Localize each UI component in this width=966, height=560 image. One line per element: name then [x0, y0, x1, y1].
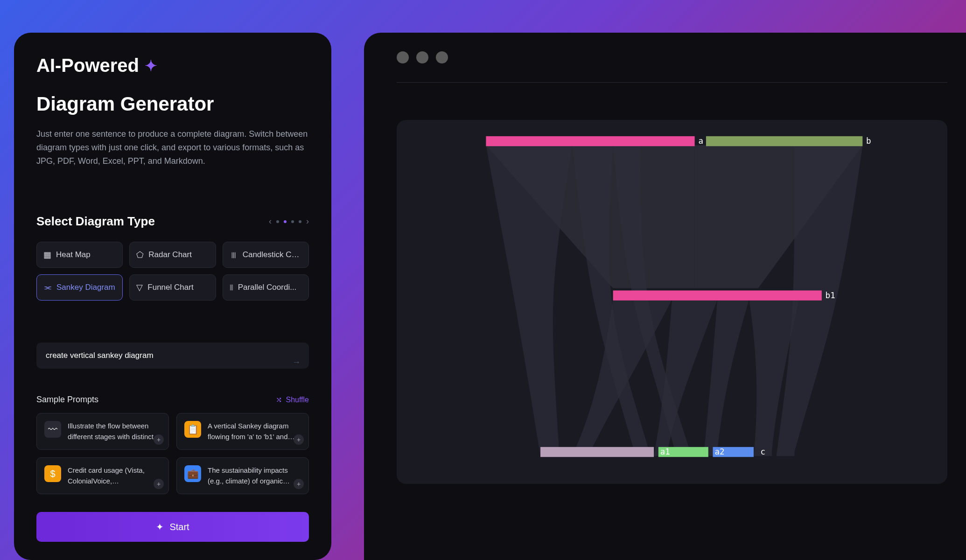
page-prev-icon[interactable]: ‹ [269, 217, 272, 226]
prompt-text: The sustainability impacts (e.g., climat… [208, 465, 301, 486]
funnel-icon: ▽ [136, 282, 143, 293]
radar-icon: ⬠ [136, 250, 144, 260]
send-icon[interactable]: → [292, 357, 301, 367]
window-control-dot[interactable] [436, 51, 448, 63]
briefcase-icon: 💼 [184, 465, 201, 482]
diagram-label: Funnel Chart [147, 283, 193, 292]
page-dot[interactable] [276, 220, 279, 223]
diagram-label: Parallel Coordi... [238, 283, 297, 292]
heatmap-icon: ▦ [43, 250, 51, 260]
shuffle-button[interactable]: ⤭ Shuffle [276, 395, 309, 404]
sample-title: Sample Prompts [36, 395, 98, 405]
diagram-type-candlestick[interactable]: ⫼ Candlestick Chart [223, 242, 309, 268]
node-label-a2: a2 [714, 447, 724, 456]
shuffle-label: Shuffle [286, 396, 309, 404]
node-label-a: a [698, 136, 703, 146]
add-prompt-button[interactable]: + [154, 479, 164, 489]
sidebar-panel: AI-Powered ✦ Diagram Generator Just ente… [14, 33, 331, 560]
window-control-dot[interactable] [416, 51, 428, 63]
sample-prompt-card[interactable]: $ Credit card usage (Vista, ColonialVoic… [36, 457, 169, 494]
sample-prompts-grid: 〰 Illustrate the flow between different … [36, 413, 309, 494]
diagram-type-funnel[interactable]: ▽ Funnel Chart [129, 274, 216, 301]
candlestick-icon: ⫼ [230, 250, 238, 260]
page-dot[interactable] [291, 220, 294, 223]
sankey-node-b1 [613, 290, 822, 300]
sankey-node-a [486, 136, 694, 146]
sparkle-icon: ✦ [145, 57, 157, 75]
preview-panel: a b b1 a1 a2 c [364, 33, 966, 560]
add-prompt-button[interactable]: + [294, 479, 304, 489]
diagram-label: Heat Map [56, 250, 91, 259]
page-dot-active[interactable] [284, 220, 287, 223]
page-next-icon[interactable]: › [306, 217, 309, 226]
diagram-section-header: Select Diagram Type ‹ › [36, 214, 309, 229]
parallel-icon: ⫴ [230, 283, 233, 293]
prompt-input[interactable] [36, 343, 309, 369]
sankey-icon: ⫘ [43, 283, 52, 293]
diagram-label: Candlestick Chart [243, 250, 302, 259]
calendar-icon: 📋 [184, 421, 201, 438]
prompt-text: Credit card usage (Vista, ColonialVoice,… [68, 465, 161, 486]
start-button[interactable]: ✦ Start [36, 512, 309, 542]
add-prompt-button[interactable]: + [294, 434, 304, 445]
prompt-text: Illustrate the flow between different st… [68, 421, 161, 442]
ai-powered-header: AI-Powered ✦ [36, 55, 309, 76]
diagram-type-radar[interactable]: ⬠ Radar Chart [129, 242, 216, 268]
diagram-type-grid: ▦ Heat Map ⬠ Radar Chart ⫼ Candlestick C… [36, 242, 309, 301]
sample-prompt-card[interactable]: 〰 Illustrate the flow between different … [36, 413, 169, 450]
diagram-type-parallel[interactable]: ⫴ Parallel Coordi... [223, 274, 309, 301]
start-label: Start [169, 522, 189, 532]
shuffle-icon: ⤭ [276, 395, 282, 404]
node-label-c: c [761, 447, 766, 456]
diagram-label: Radar Chart [148, 250, 192, 259]
node-label-b1: b1 [826, 291, 835, 300]
node-label-a1: a1 [660, 447, 670, 456]
dollar-icon: $ [44, 465, 61, 482]
sankey-flow [486, 145, 572, 456]
add-prompt-button[interactable]: + [154, 434, 164, 445]
page-description: Just enter one sentence to produce a com… [36, 127, 309, 168]
diagram-type-sankey[interactable]: ⫘ Sankey Diagram [36, 274, 123, 301]
window-controls [397, 51, 947, 83]
page-title: Diagram Generator [36, 93, 309, 115]
prompt-text: A vertical Sankey diagram flowing from '… [208, 421, 301, 442]
diagram-label: Sankey Diagram [56, 283, 115, 292]
pagination: ‹ › [269, 217, 309, 226]
sankey-node-b [706, 136, 862, 146]
diagram-section-title: Select Diagram Type [36, 214, 155, 229]
diagram-type-heat-map[interactable]: ▦ Heat Map [36, 242, 123, 268]
sample-header: Sample Prompts ⤭ Shuffle [36, 395, 309, 405]
flow-icon: 〰 [44, 421, 61, 438]
sankey-flow [704, 300, 749, 456]
sankey-node-unlabeled [540, 447, 654, 457]
sparkle-icon: ✦ [156, 521, 164, 532]
prompt-input-wrap: → [36, 343, 309, 382]
sankey-svg: a b b1 a1 a2 c [420, 134, 924, 461]
sankey-diagram: a b b1 a1 a2 c [397, 120, 947, 484]
sample-prompt-card[interactable]: 📋 A vertical Sankey diagram flowing from… [176, 413, 309, 450]
window-control-dot[interactable] [397, 51, 409, 63]
ai-powered-label: AI-Powered [36, 55, 139, 76]
sample-prompt-card[interactable]: 💼 The sustainability impacts (e.g., clim… [176, 457, 309, 494]
page-dot[interactable] [299, 220, 301, 223]
node-label-b: b [866, 136, 871, 146]
